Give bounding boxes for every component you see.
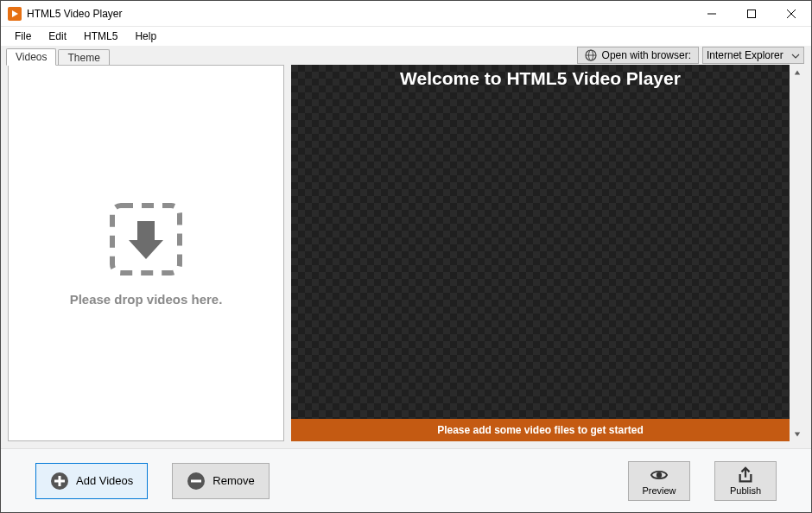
browser-select[interactable]: Internet Explorer <box>702 47 804 64</box>
plus-circle-icon <box>50 472 69 491</box>
svg-point-18 <box>657 472 662 477</box>
scroll-up-icon[interactable] <box>790 65 804 79</box>
drop-zone-icon <box>107 200 185 278</box>
preview-scrollbar[interactable] <box>790 65 804 441</box>
preview-area: Welcome to HTML5 Video Player Please add… <box>291 65 790 441</box>
titlebar: HTML5 Video Player <box>1 1 811 27</box>
svg-marker-12 <box>794 432 799 436</box>
svg-rect-9 <box>137 221 155 242</box>
app-icon <box>8 7 22 21</box>
tab-theme[interactable]: Theme <box>58 49 109 66</box>
svg-rect-15 <box>54 479 65 482</box>
drop-zone[interactable]: Please drop videos here. <box>70 200 223 307</box>
remove-button[interactable]: Remove <box>172 463 269 499</box>
main-area: Please drop videos here. Welcome to HTML… <box>1 65 811 448</box>
remove-label: Remove <box>213 474 254 487</box>
menu-file[interactable]: File <box>6 28 40 44</box>
add-videos-label: Add Videos <box>76 474 133 487</box>
menu-help[interactable]: Help <box>126 28 165 44</box>
svg-marker-10 <box>129 240 163 259</box>
preview-body <box>291 92 790 419</box>
window-title: HTML5 Video Player <box>27 8 123 20</box>
publish-button[interactable]: Publish <box>714 461 777 501</box>
svg-rect-17 <box>191 479 201 482</box>
preview-title: Welcome to HTML5 Video Player <box>291 65 790 92</box>
tabs: Videos Theme <box>1 46 110 65</box>
browser-select-value: Internet Explorer <box>707 49 783 61</box>
close-button[interactable] <box>771 1 811 27</box>
svg-marker-11 <box>794 70 799 74</box>
menu-edit[interactable]: Edit <box>40 28 75 44</box>
preview-label: Preview <box>642 485 676 496</box>
minimize-button[interactable] <box>692 1 732 27</box>
publish-icon <box>737 466 754 484</box>
open-with-browser-label: Open with browser: <box>602 49 691 61</box>
maximize-button[interactable] <box>732 1 771 27</box>
chevron-down-icon <box>791 51 800 60</box>
open-with-browser-button[interactable]: Open with browser: <box>577 47 699 64</box>
menubar: File Edit HTML5 Help <box>1 27 811 46</box>
scroll-down-icon[interactable] <box>790 427 804 441</box>
publish-label: Publish <box>730 485 761 496</box>
preview-footer: Please add some video files to get start… <box>291 419 790 441</box>
eye-icon <box>650 466 668 484</box>
video-list-panel[interactable]: Please drop videos here. <box>8 65 284 441</box>
menu-html5[interactable]: HTML5 <box>75 28 126 44</box>
add-videos-button[interactable]: Add Videos <box>35 463 148 499</box>
app-window: HTML5 Video Player File Edit HTML5 Help … <box>0 0 812 513</box>
bottom-toolbar: Add Videos Remove Preview <box>1 448 811 512</box>
minus-circle-icon <box>187 472 206 491</box>
svg-rect-2 <box>748 10 756 17</box>
tab-videos[interactable]: Videos <box>6 48 56 66</box>
preview-panel: Welcome to HTML5 Video Player Please add… <box>291 65 804 441</box>
content-area: Videos Theme Open with browser: Internet… <box>1 46 811 512</box>
drop-zone-text: Please drop videos here. <box>70 292 223 307</box>
top-row: Videos Theme Open with browser: Internet… <box>1 46 811 65</box>
globe-icon <box>585 49 597 61</box>
svg-marker-0 <box>12 10 18 17</box>
preview-button[interactable]: Preview <box>628 461 690 501</box>
